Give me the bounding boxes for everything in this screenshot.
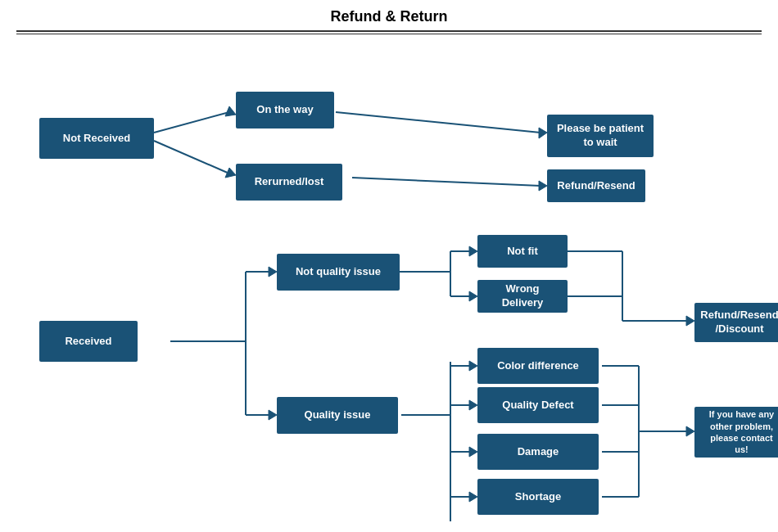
svg-marker-17 — [469, 246, 477, 256]
not-quality-issue-node: Not quality issue — [277, 254, 400, 291]
refund-resend-top-node: Refund/Resend — [547, 169, 645, 202]
on-the-way-node: On the way — [236, 92, 334, 128]
refund-resend-discount-node: Refund/Resend /Discount — [694, 303, 778, 342]
diagram: Not Received On the way Rerurned/lost Pl… — [16, 43, 762, 525]
svg-marker-28 — [469, 361, 477, 371]
wrong-delivery-node: Wrong Delivery — [477, 280, 568, 313]
svg-line-2 — [154, 141, 229, 174]
svg-marker-13 — [269, 410, 277, 420]
page-title: Refund & Return — [16, 8, 762, 25]
svg-marker-11 — [269, 267, 277, 277]
returned-lost-node: Rerurned/lost — [236, 164, 342, 201]
shortage-node: Shortage — [477, 479, 599, 515]
svg-marker-30 — [469, 400, 477, 410]
divider-top — [16, 30, 762, 32]
damage-node: Damage — [477, 434, 599, 470]
not-received-node: Not Received — [39, 118, 154, 159]
svg-marker-1 — [225, 106, 236, 116]
svg-marker-7 — [539, 181, 547, 191]
svg-line-0 — [154, 112, 229, 133]
contact-us-node: If you have any other problem, please co… — [694, 407, 778, 458]
svg-marker-19 — [469, 291, 477, 301]
divider-bottom — [16, 34, 762, 34]
not-fit-node: Not fit — [477, 235, 568, 268]
svg-marker-24 — [686, 316, 694, 326]
svg-marker-34 — [469, 492, 477, 502]
received-node: Received — [39, 321, 138, 362]
svg-line-4 — [336, 112, 541, 133]
svg-marker-32 — [469, 447, 477, 457]
please-wait-node: Please be patient to wait — [547, 115, 654, 157]
quality-defect-node: Quality Defect — [477, 387, 599, 423]
svg-marker-41 — [686, 426, 694, 436]
page: Refund & Return — [0, 0, 778, 532]
svg-line-6 — [352, 178, 541, 186]
quality-issue-node: Quality issue — [277, 397, 398, 434]
color-difference-node: Color difference — [477, 348, 599, 384]
svg-marker-5 — [539, 128, 547, 138]
svg-marker-3 — [225, 168, 236, 178]
